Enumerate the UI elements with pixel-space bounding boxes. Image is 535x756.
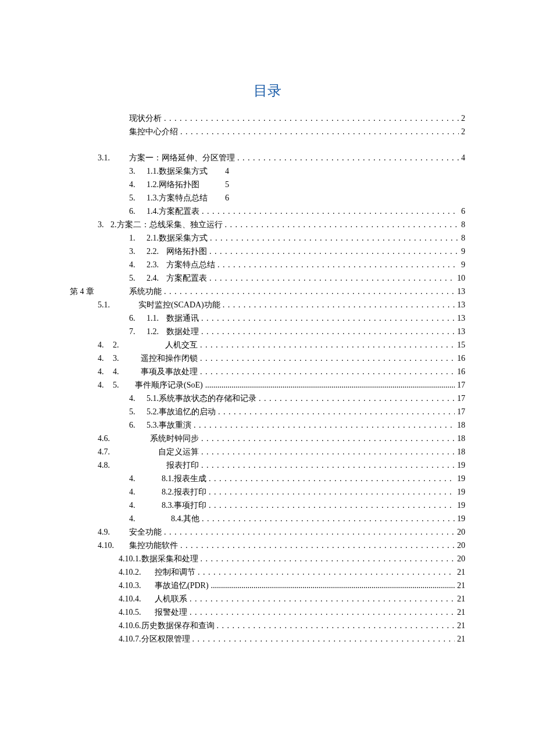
toc-leader-dots: ........................................…: [205, 378, 455, 392]
toc-entry-label: 控制和调节: [155, 568, 195, 576]
toc-entry-left: 4.10.3.事故追忆(PDR): [119, 579, 211, 592]
toc-entry: 4.10.1.数据采集和处理 . . . . . . . . . . . . .…: [70, 552, 465, 565]
toc-leader-dots: . . . . . . . . . . . . . . . . . . . . …: [194, 418, 455, 432]
toc-entry: 5.1.3.方案特点总结6: [70, 191, 465, 205]
toc-leader-dots: . . . . . . . . . . . . . . . . . . . . …: [201, 432, 455, 445]
toc-entry: 4.6.系统时钟同步 . . . . . . . . . . . . . . .…: [70, 432, 465, 445]
toc-entry-page: 10: [455, 271, 465, 285]
toc-entry-prefix: 7.: [129, 325, 147, 338]
toc-leader-dots: . . . . . . . . . . . . . . . . . . . . …: [164, 112, 459, 125]
toc-entry-page: 21: [455, 565, 465, 579]
toc-entry-prefix: 4.7.: [98, 445, 158, 458]
toc-entry-left: 第 4 章系统功能: [70, 285, 164, 298]
toc-entry-prefix: 5.: [129, 191, 147, 205]
toc-entry-left: 4.10.集控功能软件: [98, 539, 180, 552]
toc-entry-prefix: 6.: [129, 311, 147, 325]
toc-entry-label: 4.10.7.分区权限管理: [119, 635, 190, 643]
toc-entry: 第 4 章系统功能 . . . . . . . . . . . . . . . …: [70, 285, 465, 298]
toc-entry-label: 事件顺序记录(SoE): [135, 381, 203, 389]
toc-entry-page: 5: [225, 180, 229, 189]
toc-leader-dots: . . . . . . . . . . . . . . . . . . . . …: [225, 218, 459, 231]
toc-entry-page: 2: [459, 125, 465, 138]
toc-entry-prefix: 4.6.: [98, 432, 150, 445]
toc-entry-page: 13: [455, 285, 465, 298]
toc-entry-left: 5.1.实时监控(SCADA)功能: [98, 298, 223, 311]
toc-entry-prefix: 4.10.2.: [119, 565, 155, 579]
toc-entry-page: 21: [455, 605, 465, 619]
toc-leader-dots: . . . . . . . . . . . . . . . . . . . . …: [190, 592, 455, 605]
toc-entry-label: 2.方案二：总线采集、独立运行: [110, 220, 223, 229]
toc-entry-left: 1.2.1.数据采集方式: [129, 231, 210, 245]
toc-entry-label: 人机交互: [165, 341, 198, 349]
toc-entry-prefix: 4.: [129, 512, 171, 525]
toc-leader-dots: . . . . . . . . . . . . . . . . . . . . …: [200, 365, 455, 378]
toc-entry-left: 4.5.1.系统事故状态的存储和记录: [129, 392, 259, 405]
toc-entry-label: 方案配置表: [166, 274, 207, 282]
toc-entry-left: 3.1.1.数据采集方式4: [129, 164, 231, 178]
toc-leader-dots: . . . . . . . . . . . . . . . . . . . . …: [210, 231, 459, 245]
toc-entry-label: 遥控和操作闭锁: [141, 354, 198, 363]
toc-entry: 6.1.1.数据通讯 . . . . . . . . . . . . . . .…: [70, 311, 465, 325]
toc-entry-label: 5.1.系统事故状态的存储和记录: [147, 394, 256, 403]
toc-entry-prefix: 4.10.: [98, 539, 129, 552]
toc-entry-prefix: 4.: [98, 352, 113, 365]
toc-entry-left: 4.2.3.方案特点总结: [129, 258, 217, 271]
toc-list: 现状分析 . . . . . . . . . . . . . . . . . .…: [70, 112, 465, 646]
toc-entry-prefix: 4.: [98, 365, 113, 378]
toc-entry-left: 4.5.事件顺序记录(SoE): [98, 378, 205, 392]
toc-entry-prefix: 4.: [129, 499, 162, 512]
toc-entry-page: 18: [455, 432, 465, 445]
toc-entry-label: 1.2.网络拓扑图: [147, 180, 199, 189]
toc-entry-page: 9: [459, 245, 465, 258]
toc-leader-dots: . . . . . . . . . . . . . . . . . . . . …: [209, 499, 455, 512]
toc-entry-page: 2: [459, 112, 465, 125]
toc-entry: 4.10.5.报警处理 . . . . . . . . . . . . . . …: [70, 605, 465, 619]
toc-entry: 4.10.3.事故追忆(PDR)........................…: [70, 579, 465, 592]
toc-entry-left: 5.1.3.方案特点总结6: [129, 191, 231, 205]
toc-entry: 6.1.4.方案配置表 . . . . . . . . . . . . . . …: [70, 205, 465, 218]
toc-entry-page: 19: [455, 472, 465, 485]
toc-entry-page: 20: [455, 539, 465, 552]
toc-entry-label: 1.1.数据采集方式: [147, 167, 208, 175]
toc-entry: 4.8.1.报表生成 . . . . . . . . . . . . . . .…: [70, 472, 465, 485]
toc-entry-prefix: 4.: [129, 472, 162, 485]
toc-entry: 5.5.2.事故追忆的启动 . . . . . . . . . . . . . …: [70, 405, 465, 418]
toc-entry-label: 8.2.报表打印: [162, 488, 206, 496]
toc-entry: 4.8.2.报表打印 . . . . . . . . . . . . . . .…: [70, 485, 465, 499]
toc-entry-prefix: 5.: [129, 271, 147, 285]
toc-entry-label: 方案特点总结: [166, 260, 215, 269]
toc-entry-number: 2.3.: [147, 258, 166, 271]
toc-entry-left: 4.3.遥控和操作闭锁: [98, 352, 200, 365]
toc-entry: 3.1.方案一：网络延伸、分区管理 . . . . . . . . . . . …: [70, 151, 465, 164]
toc-entry: 4.7.自定义运算 . . . . . . . . . . . . . . . …: [70, 445, 465, 458]
toc-entry-number: 2.: [113, 338, 165, 352]
toc-leader-dots: . . . . . . . . . . . . . . . . . . . . …: [164, 285, 455, 298]
toc-entry-label: 8.1.报表生成: [162, 474, 206, 483]
toc-entry-left: 4.10.6.历史数据保存和查询: [119, 619, 217, 632]
toc-entry-label: 系统时钟同步: [150, 434, 199, 443]
toc-entry-prefix: 3.: [129, 164, 147, 178]
toc-entry-prefix: 4.: [129, 258, 147, 271]
toc-entry-page: 18: [455, 445, 465, 458]
toc-entry-left: 3.2.2.网络拓扑图: [129, 245, 209, 258]
toc-leader-dots: ........................................…: [211, 579, 455, 592]
toc-entry-prefix: 3.: [98, 218, 110, 231]
toc-entry-left: 4.8.3.事项打印: [129, 499, 209, 512]
toc-entry-page: 21: [455, 619, 465, 632]
toc-leader-dots: . . . . . . . . . . . . . . . . . . . . …: [201, 458, 455, 472]
toc-entry-left: 4.8.1.报表生成: [129, 472, 209, 485]
toc-entry: 3.2.方案二：总线采集、独立运行 . . . . . . . . . . . …: [70, 218, 465, 231]
toc-entry-left: 4.9.安全功能: [98, 525, 164, 539]
toc-entry-prefix: 5.1.: [98, 298, 138, 311]
toc-entry: 4.9.安全功能 . . . . . . . . . . . . . . . .…: [70, 525, 465, 539]
toc-entry-number: 5.: [113, 378, 135, 392]
toc-entry-left: 4.10.5.报警处理: [119, 605, 190, 619]
toc-entry-prefix: 6.: [129, 418, 147, 432]
toc-leader-dots: . . . . . . . . . . . . . . . . . . . . …: [180, 125, 459, 138]
toc-leader-dots: . . . . . . . . . . . . . . . . . . . . …: [209, 472, 455, 485]
toc-entry-label: 事故追忆(PDR): [155, 581, 209, 590]
toc-entry: 4.10.7.分区权限管理 . . . . . . . . . . . . . …: [70, 632, 465, 646]
toc-entry: 4.8.报表打印 . . . . . . . . . . . . . . . .…: [70, 458, 465, 472]
toc-entry-number: 2.2.: [147, 245, 166, 258]
toc-entry-left: 4.4.事项及事故处理: [98, 365, 200, 378]
